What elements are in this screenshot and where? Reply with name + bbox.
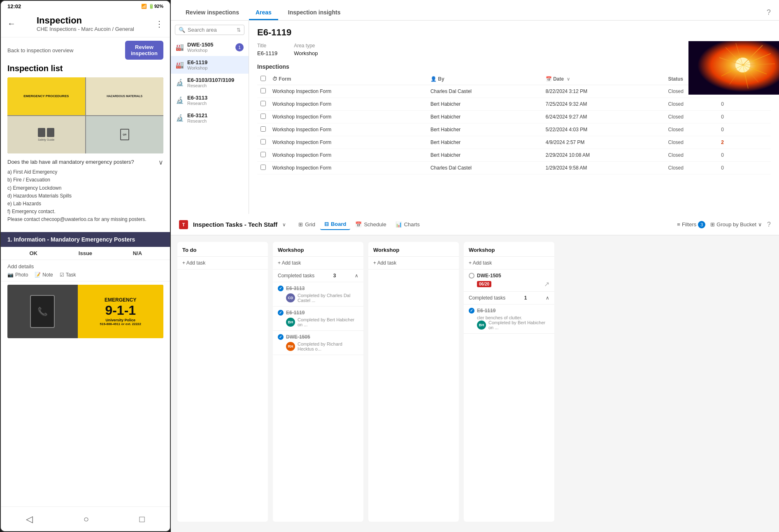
col-todo-header: To do [177, 242, 268, 257]
col-form: ⏱ Form [269, 73, 427, 85]
search-area-input[interactable] [188, 27, 234, 33]
row-form: Workshop Inspection Form [269, 85, 427, 98]
row-by: Charles Dal Castel [427, 162, 542, 174]
row-issues: 0 [718, 123, 771, 136]
row-date: 8/22/2024 3:12 PM [542, 85, 665, 98]
svg-rect-0 [688, 41, 779, 95]
row-checkbox[interactable] [260, 88, 266, 93]
area-detail-wrapper: E6-1119 Title E6-1119 Area type Workshop [249, 21, 779, 214]
row-checkbox[interactable] [260, 165, 266, 170]
research-icon-3: 🔬 [176, 114, 184, 122]
row-checkbox[interactable] [260, 101, 266, 106]
area-item-dwe1505[interactable]: 🏭 DWE-1505 Workshop 1 [171, 38, 249, 56]
review-panel: Review inspections Areas Inspection insi… [171, 0, 779, 214]
add-task-todo[interactable]: + Add task [177, 257, 268, 269]
column-workshop2: Workshop + Add task [368, 242, 459, 522]
row-form: Workshop Inspection Form [269, 162, 427, 174]
group-icon: ⊞ [710, 221, 715, 228]
mobile-app-title: Inspection [37, 15, 134, 26]
status-time: 12:02 [7, 3, 21, 9]
task-button[interactable]: ☑ Task [60, 272, 76, 278]
row-issues: 0 [718, 149, 771, 162]
task-board-actions: ≡ Filters 3 ⊞ Group by Bucket ∨ ? [677, 221, 771, 228]
mobile-panel: 12:02 📶 🔋92% ← Inspection CHE Inspection… [0, 0, 171, 532]
tab-review-inspections[interactable]: Review inspections [179, 6, 246, 20]
task-done-icon: ✓ [278, 286, 284, 291]
row-status: Closed [665, 98, 718, 111]
row-status: Closed [665, 149, 718, 162]
task-board-name: Inspection Tasks - Tech Staff [193, 221, 277, 228]
task-card-e63113: ✓ E6-3113 CD Completed by Charles Dal Ca… [273, 282, 363, 307]
filters-button[interactable]: ≡ Filters 3 [677, 221, 705, 228]
board-name-chevron[interactable]: ∨ [282, 222, 286, 228]
back-to-inspection-link[interactable]: Back to inspection overview [7, 47, 73, 53]
view-grid-button[interactable]: ⊞ Grid [294, 219, 319, 230]
view-charts-button[interactable]: 📊 Charts [391, 219, 424, 230]
area-item-e63121[interactable]: 🔬 E6-3121 Research [171, 109, 249, 127]
row-by: Bert Habicher [427, 136, 542, 149]
review-body: 🔍 ⇅ 🏭 DWE-1505 Workshop 1 [171, 21, 779, 214]
research-icon-1: 🔬 [176, 79, 184, 86]
area-item-e63113[interactable]: 🔬 E6-3113 Research [171, 91, 249, 109]
question-answers: a) First Aid Emergency b) Fire / Evacuat… [7, 168, 163, 223]
photo-button[interactable]: 📷 Photo [7, 272, 28, 278]
home-nav-icon[interactable]: ○ [84, 514, 89, 525]
row-checkbox[interactable] [260, 152, 266, 157]
back-arrow-button[interactable]: ← [7, 19, 16, 28]
phone-icon: 📞 [30, 295, 55, 328]
board-icon: ⊟ [324, 221, 329, 227]
row-by: Bert Habicher [427, 149, 542, 162]
area-item-e63103[interactable]: 🔬 E6-3103/3107/3109 Research [171, 74, 249, 91]
col-by: 👤 By [427, 73, 542, 85]
avatar-rh: RH [286, 342, 295, 351]
area-photo [688, 41, 779, 95]
board-help-icon[interactable]: ? [767, 221, 771, 228]
select-all-checkbox[interactable] [260, 76, 266, 81]
filter-icon: ≡ [677, 221, 680, 228]
task-done-icon-3: ✓ [278, 334, 284, 340]
na-label: N/A [112, 250, 163, 256]
completed-tasks-workshop1[interactable]: Completed tasks 3 ∧ [273, 269, 363, 282]
inspection-list-title: Inspection list [7, 64, 63, 73]
avatar-cd: CD [286, 293, 295, 302]
back-nav-icon[interactable]: ◁ [26, 514, 33, 525]
view-schedule-button[interactable]: 📅 Schedule [351, 219, 390, 230]
mobile-app-subtitle: CHE Inspections - Marc Aucoin / General [37, 26, 134, 32]
emergency-poster-image: EMERGENCY PROCEDURES HAZARDOUS MATERIALS… [7, 77, 163, 153]
areas-sidebar: 🔍 ⇅ 🏭 DWE-1505 Workshop 1 [171, 21, 249, 214]
task-board-header: T Inspection Tasks - Tech Staff ∨ ⊞ Grid… [171, 214, 779, 235]
column-workshop3: Workshop + Add task DWE-1505 06/20 ↗ Com… [464, 242, 554, 522]
completed-tasks-workshop3[interactable]: Completed tasks 1 ∧ [464, 292, 554, 304]
board-columns: To do + Add task Workshop + Add task Com… [171, 235, 779, 532]
tab-areas[interactable]: Areas [249, 6, 278, 20]
note-button[interactable]: 📝 Note [35, 272, 53, 278]
row-date: 6/24/2024 9:27 AM [542, 111, 665, 123]
row-form: Workshop Inspection Form [269, 111, 427, 123]
mobile-status-bar: 12:02 📶 🔋92% [1, 1, 170, 12]
area-badge-dwe1505: 1 [235, 43, 244, 51]
row-checkbox[interactable] [260, 126, 266, 132]
row-checkbox[interactable] [260, 139, 266, 144]
task-sub-text: cler benches of clutter. [469, 315, 549, 320]
sort-icon: ⇅ [237, 27, 241, 33]
group-by-button[interactable]: ⊞ Group by Bucket ∨ [710, 221, 762, 228]
row-issues: 0 [718, 162, 771, 174]
task-options-icon[interactable]: ↗ [544, 280, 549, 288]
add-task-workshop2[interactable]: + Add task [368, 257, 459, 269]
row-date: 5/22/2024 4:03 PM [542, 123, 665, 136]
row-checkbox[interactable] [260, 114, 266, 119]
review-tabs: Review inspections Areas Inspection insi… [171, 0, 779, 21]
help-icon[interactable]: ? [767, 8, 771, 20]
tab-inspection-insights[interactable]: Inspection insights [281, 6, 347, 20]
more-options-button[interactable]: ⋮ [155, 19, 163, 29]
col-date[interactable]: 📅 Date ∨ [542, 73, 665, 85]
review-inspection-button[interactable]: Reviewinspection [125, 41, 163, 60]
recent-nav-icon[interactable]: □ [139, 514, 144, 525]
add-task-workshop1[interactable]: + Add task [273, 257, 363, 269]
add-task-workshop3[interactable]: + Add task [464, 257, 554, 269]
area-type-value: Workshop [294, 50, 318, 56]
row-status: Closed [665, 162, 718, 174]
view-board-button[interactable]: ⊟ Board [320, 219, 351, 230]
row-date: 2/29/2024 10:08 AM [542, 149, 665, 162]
area-item-e61119[interactable]: 🏭 E6-1119 Workshop [171, 56, 249, 74]
